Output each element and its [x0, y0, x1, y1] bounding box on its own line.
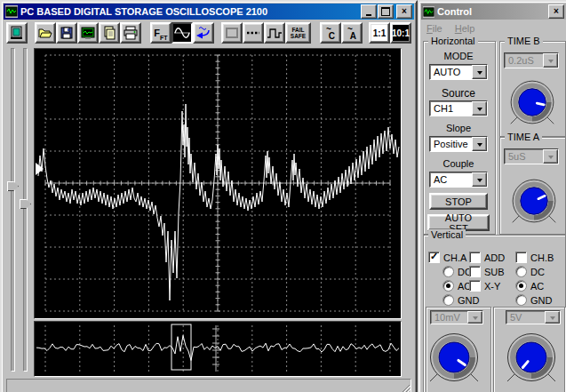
exit-door-icon [10, 26, 24, 40]
calibrate-a-button[interactable]: ~ A [341, 22, 363, 44]
dropdown-button[interactable] [467, 311, 482, 324]
grid-icon [225, 27, 239, 39]
oscilloscope-app-icon [423, 6, 434, 18]
chb-ac-radio[interactable] [515, 280, 527, 292]
close-button[interactable]: × [396, 4, 412, 19]
control-close-button[interactable]: × [548, 4, 564, 19]
grid-toggle-button[interactable] [221, 22, 243, 44]
cha-gnd-radio[interactable] [442, 294, 454, 306]
ch-a-checkbox[interactable] [428, 252, 440, 263]
chevron-down-icon [477, 143, 482, 149]
ch-a-position-slider[interactable] [11, 48, 15, 372]
stop-button[interactable]: STOP [429, 193, 488, 210]
minimize-icon [366, 14, 371, 16]
oscilloscope-app-icon [5, 5, 18, 18]
control-titlebar[interactable]: Control × [421, 4, 566, 20]
control-window-title: Control [437, 6, 546, 17]
horizontal-group: Horizontal MODE AUTO Source CH1 Slope Po… [423, 41, 496, 235]
cha-dc-radio[interactable] [442, 266, 454, 277]
blue-arrow-wave-icon [195, 26, 211, 40]
ch-a-slider-thumb[interactable] [7, 181, 19, 191]
sub-checkbox[interactable] [469, 266, 481, 277]
ch-b-slider-thumb[interactable] [20, 199, 31, 209]
slope-label: Slope [424, 123, 493, 133]
menu-bar: File Help [421, 21, 566, 36]
ch-a-panel: 10mV [426, 307, 491, 392]
printer-icon [124, 26, 138, 40]
dotted-line-icon [246, 27, 260, 39]
resize-grip[interactable] [399, 381, 411, 392]
xy-field: X-Y [469, 280, 500, 292]
time-a-legend: TIME A [505, 132, 542, 142]
chb-ac-field: AC [515, 280, 544, 292]
time-a-combobox[interactable]: 5uS [504, 148, 559, 164]
main-scope-display [34, 48, 402, 319]
copy-pages-icon [102, 26, 116, 40]
ch-a-range-combobox[interactable]: 10mV [430, 310, 483, 324]
close-icon: × [402, 7, 407, 16]
time-a-knob[interactable] [510, 177, 558, 225]
chevron-down-icon [477, 179, 482, 185]
fft-button[interactable]: FFT [150, 22, 171, 44]
copy-button[interactable] [99, 22, 120, 44]
chb-gnd-radio[interactable] [515, 294, 527, 306]
pulse-wave-button[interactable] [264, 22, 285, 44]
probe-10x-button[interactable]: 10:1 [390, 22, 411, 44]
calibrate-c-button[interactable]: ~ C [320, 22, 341, 44]
chb-gnd-field: GND [515, 294, 552, 306]
save-button[interactable] [56, 22, 77, 44]
ch-a-gain-knob[interactable] [427, 331, 481, 384]
cha-ac-field: AC [442, 280, 471, 292]
dotted-line-button[interactable] [243, 22, 264, 44]
xy-checkbox[interactable] [469, 280, 481, 292]
capture-screen-button[interactable] [77, 22, 99, 44]
menu-help[interactable]: Help [455, 23, 475, 34]
scope-screen-icon [81, 26, 95, 40]
ch-b-position-slider[interactable] [23, 48, 28, 372]
menu-file[interactable]: File [426, 23, 442, 34]
cha-ac-radio[interactable] [442, 280, 454, 292]
open-file-button[interactable] [35, 22, 56, 44]
overview-display [34, 321, 402, 377]
dropdown-button[interactable] [472, 65, 487, 79]
cha-gnd-field: GND [442, 294, 479, 306]
chb-dc-radio[interactable] [515, 266, 527, 277]
dropdown-button[interactable] [472, 172, 487, 187]
exit-button[interactable] [6, 22, 28, 44]
ch-b-range-combobox[interactable]: 5V [506, 310, 561, 324]
dropdown-button[interactable] [545, 311, 560, 324]
fail-safe-button[interactable]: FAIL SAFE [285, 22, 311, 44]
couple-label: Couple [424, 158, 493, 169]
maximize-button[interactable] [378, 4, 394, 19]
horizontal-group-legend: Horizontal [428, 36, 478, 46]
mode-label: MODE [424, 51, 493, 61]
window-controls: × [361, 4, 412, 19]
recall-wave-button[interactable] [193, 22, 214, 44]
dropdown-button[interactable] [543, 53, 558, 68]
chevron-down-icon [550, 316, 555, 323]
main-titlebar[interactable]: PC BASED DIGITAL STORAGE OSCILLOSCOPE 21… [4, 4, 414, 20]
time-b-group: TIME B 0.2uS [499, 41, 566, 137]
mode-combobox[interactable]: AUTO [429, 64, 488, 80]
couple-combobox[interactable]: AC [429, 172, 488, 188]
time-b-knob[interactable] [508, 78, 556, 126]
dropdown-button[interactable] [472, 101, 487, 116]
print-button[interactable] [120, 22, 141, 44]
ch-b-panel: 5V [493, 307, 565, 392]
ch-b-checkbox[interactable] [515, 252, 527, 263]
time-b-combobox[interactable]: 0.2uS [504, 52, 559, 68]
ch-b-gain-knob[interactable] [505, 331, 558, 384]
add-checkbox[interactable] [469, 252, 481, 263]
waveform-mode-button[interactable] [171, 22, 193, 44]
source-combobox[interactable]: CH1 [429, 100, 488, 116]
vertical-group-legend: Vertical [428, 229, 466, 240]
slope-combobox[interactable]: Positive [429, 136, 488, 152]
dropdown-button[interactable] [543, 149, 558, 164]
probe-1x-button[interactable]: 1:1 [369, 22, 390, 44]
dropdown-button[interactable] [472, 137, 487, 151]
status-bar [6, 379, 411, 392]
floppy-save-icon [60, 26, 74, 40]
minimize-button[interactable] [361, 4, 377, 19]
add-label: ADD [484, 252, 505, 263]
chevron-down-icon [473, 316, 478, 323]
